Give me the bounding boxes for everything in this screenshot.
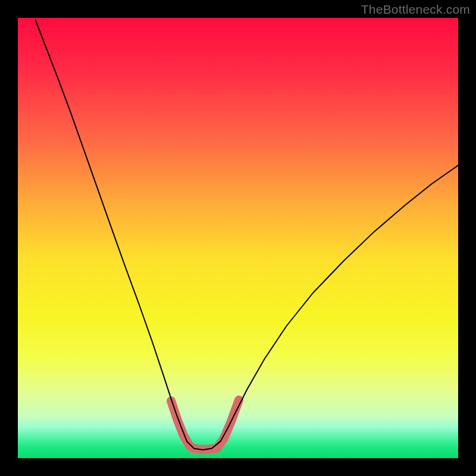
chart-frame: TheBottleneck.com <box>0 0 476 476</box>
watermark-text: TheBottleneck.com <box>361 2 470 17</box>
plot-background <box>18 18 458 458</box>
bottleneck-chart <box>0 0 476 476</box>
